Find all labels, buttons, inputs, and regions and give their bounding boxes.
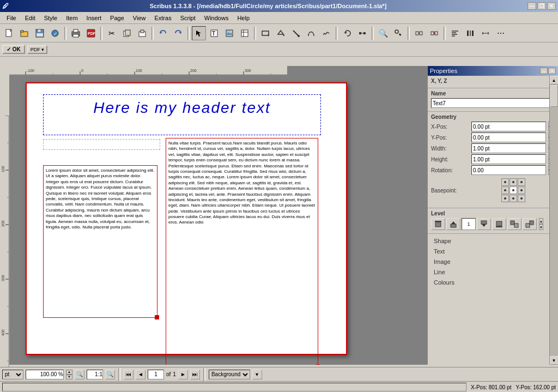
height-input[interactable] bbox=[471, 154, 546, 164]
bp-bl[interactable] bbox=[501, 195, 509, 202]
bp-bc[interactable] bbox=[510, 195, 517, 202]
scroll-up-button[interactable]: ▲ bbox=[550, 76, 559, 85]
text-nav-item[interactable]: Text bbox=[431, 246, 555, 256]
page-first-button[interactable]: ⏮ bbox=[124, 370, 134, 379]
mode-select[interactable]: pt mm in bbox=[2, 370, 23, 379]
bp-mr[interactable] bbox=[518, 186, 525, 194]
select-tool[interactable] bbox=[192, 26, 206, 40]
bp-br[interactable] bbox=[518, 195, 525, 202]
menu-item[interactable]: Item bbox=[62, 14, 82, 22]
props-close-button[interactable]: ✕ bbox=[548, 68, 556, 74]
menu-help[interactable]: Help bbox=[233, 14, 254, 22]
line-nav-item[interactable]: Line bbox=[431, 267, 555, 277]
level-up-button[interactable] bbox=[446, 218, 460, 230]
rotation-input[interactable] bbox=[471, 165, 546, 175]
zoom-spinner[interactable]: ▲ ▼ bbox=[66, 370, 72, 379]
scroll-track[interactable] bbox=[550, 85, 559, 356]
menu-file[interactable]: File bbox=[2, 14, 21, 22]
scroll-down-button[interactable]: ▼ bbox=[550, 356, 559, 365]
level-nav-down[interactable]: ▼ bbox=[539, 224, 543, 230]
bp-tr[interactable] bbox=[518, 178, 525, 186]
more-tools-button[interactable]: ⋯ bbox=[494, 26, 508, 40]
export-pdf-button[interactable]: PDF bbox=[84, 26, 98, 40]
bp-mc[interactable] bbox=[510, 186, 517, 194]
open-button[interactable] bbox=[17, 26, 32, 40]
menu-insert[interactable]: Insert bbox=[82, 14, 106, 22]
right-frame-resize-handle[interactable] bbox=[316, 364, 320, 365]
bp-ml[interactable] bbox=[501, 186, 509, 194]
menu-page[interactable]: Page bbox=[106, 14, 129, 22]
menu-extras[interactable]: Extras bbox=[150, 14, 175, 22]
align-left-text-button[interactable] bbox=[448, 26, 462, 40]
measurements-button[interactable] bbox=[478, 26, 493, 40]
menu-edit[interactable]: Edit bbox=[21, 14, 40, 22]
zoom-button[interactable]: 🔍 bbox=[376, 26, 390, 40]
scroll-thumb[interactable] bbox=[550, 85, 558, 107]
cut-button[interactable]: ✂ bbox=[105, 26, 119, 40]
page-current-input[interactable] bbox=[148, 370, 164, 379]
menu-script[interactable]: Script bbox=[176, 14, 200, 22]
save-button[interactable] bbox=[33, 26, 47, 40]
zoom-up[interactable]: ▲ bbox=[66, 370, 72, 375]
rotate-tool[interactable] bbox=[340, 26, 354, 40]
text-tool[interactable]: T bbox=[207, 26, 221, 40]
shape-nav-item[interactable]: Shape bbox=[431, 236, 555, 246]
distribute-button[interactable] bbox=[463, 26, 477, 40]
minimize-button[interactable]: — bbox=[527, 2, 536, 10]
redo-button[interactable] bbox=[171, 26, 185, 40]
bp-tl[interactable] bbox=[501, 178, 509, 186]
image-tool[interactable] bbox=[222, 26, 236, 40]
ypos-input[interactable] bbox=[471, 132, 546, 142]
width-input[interactable] bbox=[471, 143, 546, 153]
image-nav-item[interactable]: Image bbox=[431, 257, 555, 267]
print-button[interactable] bbox=[69, 26, 83, 40]
unlink-button[interactable] bbox=[427, 26, 441, 40]
left-text-frame[interactable]: Lorem ipsum dolor sit amet, consectetuer… bbox=[43, 165, 157, 318]
new-button[interactable] bbox=[2, 26, 16, 40]
shape-tool[interactable]: ▾ bbox=[258, 26, 272, 40]
right-text-frame[interactable]: Nulla vitae turpis. Praesent lacus.Nam i… bbox=[166, 138, 318, 365]
copy-button[interactable] bbox=[120, 26, 134, 40]
level-nav-up[interactable]: ▲ bbox=[539, 218, 543, 224]
close-button[interactable]: ✕ bbox=[547, 2, 556, 10]
zoom-ratio-button[interactable]: 🔍 bbox=[105, 370, 115, 379]
undo-button[interactable] bbox=[156, 26, 170, 40]
props-scrollbar[interactable]: ▲ ▼ bbox=[549, 76, 558, 365]
freehand-tool[interactable] bbox=[319, 26, 333, 40]
basepoint-widget[interactable] bbox=[501, 178, 525, 202]
node-tool[interactable] bbox=[355, 26, 369, 40]
bp-tc[interactable] bbox=[510, 178, 517, 186]
line-tool[interactable] bbox=[289, 26, 303, 40]
menu-windows[interactable]: Windows bbox=[200, 14, 233, 22]
table-tool[interactable] bbox=[238, 26, 252, 40]
props-minimize-button[interactable]: — bbox=[540, 68, 548, 74]
layer-toggle-button[interactable]: ▾ bbox=[252, 370, 262, 379]
links-button[interactable] bbox=[412, 26, 426, 40]
bezier-tool[interactable] bbox=[304, 26, 318, 40]
polygon-tool[interactable]: ▾ bbox=[274, 26, 288, 40]
preflight-button[interactable]: ✓ bbox=[48, 26, 62, 40]
level-extra2[interactable] bbox=[523, 218, 537, 230]
layer-select[interactable]: Background bbox=[209, 370, 250, 379]
ratio-input[interactable] bbox=[87, 370, 103, 379]
menu-style[interactable]: Style bbox=[40, 14, 62, 22]
colours-nav-item[interactable]: Colours bbox=[431, 278, 555, 287]
header-frame[interactable]: Here is my header text bbox=[43, 94, 321, 135]
pdf-small-button[interactable]: PDF ▾ bbox=[27, 45, 48, 54]
page-next-button[interactable]: ► bbox=[178, 370, 188, 379]
page-prev-button[interactable]: ◄ bbox=[136, 370, 145, 379]
menu-view[interactable]: View bbox=[129, 14, 150, 22]
zoom-input[interactable] bbox=[26, 370, 64, 379]
level-bottom-button[interactable] bbox=[492, 218, 506, 230]
ok-button[interactable]: ✓ OK bbox=[2, 45, 25, 54]
zoom-fit-button[interactable]: 🔍 bbox=[75, 370, 84, 379]
level-down-button[interactable] bbox=[477, 218, 491, 230]
paste-button[interactable] bbox=[135, 26, 149, 40]
left-frame-resize-handle[interactable] bbox=[155, 315, 159, 319]
level-top-button[interactable] bbox=[431, 218, 445, 230]
zoom-down[interactable]: ▼ bbox=[66, 375, 72, 379]
eyedropper-button[interactable] bbox=[391, 26, 405, 40]
canvas-area[interactable]: -100 0 100 200 300 400 500 600 bbox=[9, 66, 427, 365]
level-extra1[interactable] bbox=[507, 218, 521, 230]
page-last-button[interactable]: ⏭ bbox=[190, 370, 200, 379]
